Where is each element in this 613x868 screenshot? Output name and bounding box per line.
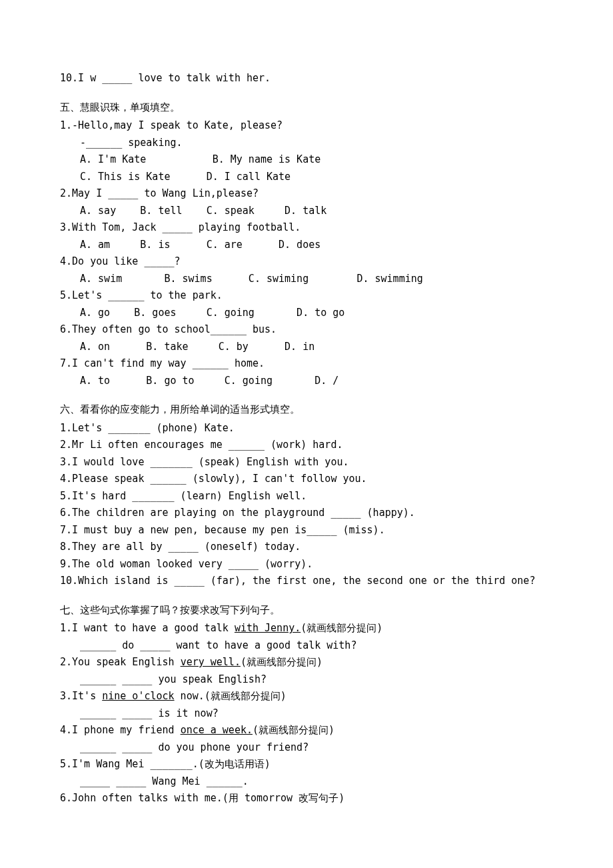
s5-q5: 5.Let's ______ to the park. [60,287,553,305]
s7-q1-b: (就画线部分提问) [301,622,382,634]
s7-q4-answer: ______ _____ do you phone your friend? [60,739,553,757]
s6-q4: 4.Please speak ______ (slowly), I can't … [60,471,553,488]
s6-q9: 9.The old woman looked very _____ (worry… [60,556,553,573]
section-6-title: 六、看看你的应变能力，用所给单词的适当形式填空。 [60,401,553,419]
s5-q2-options: A. say B. tell C. speak D. talk [60,203,553,220]
s5-q1-options-1: A. I'm Kate B. My name is Kate [60,151,553,169]
s7-q1-answer: ______ do _____ want to have a good talk… [60,637,553,655]
s7-q4-b: (就画线部分提问) [253,724,334,736]
s5-q4: 4.Do you like _____? [60,253,553,271]
s5-q6-options: A. on B. take C. by D. in [60,339,553,356]
s7-q4-a: 4.I phone my friend [60,724,181,736]
s5-q3-options: A. am B. is C. are D. does [60,237,553,254]
s6-q2: 2.Mr Li often encourages me ______ (work… [60,437,553,454]
s7-q2-answer: ______ _____ you speak English? [60,671,553,689]
s7-q5-answer: _____ _____ Wang Mei ______. [60,773,553,791]
question-10-top: 10.I w _____ love to talk with her. [60,70,553,87]
s6-q1: 1.Let's _______ (phone) Kate. [60,420,553,437]
s7-q3-answer: ______ _____ is it now? [60,705,553,723]
section-5-title: 五、慧眼识珠，单项填空。 [60,99,553,117]
s6-q7: 7.I must buy a new pen, because my pen i… [60,522,553,539]
s7-q1: 1.I want to have a good talk with Jenny.… [60,620,553,637]
s7-q4: 4.I phone my friend once a week.(就画线部分提问… [60,722,553,739]
s7-q3-underline: nine o'clock [102,690,174,702]
s7-q1-a: 1.I want to have a good talk [60,622,235,634]
s6-q8: 8.They are all by _____ (oneself) today. [60,539,553,556]
document-page: 10.I w _____ love to talk with her. 五、慧眼… [0,0,613,868]
s7-q2: 2.You speak English very well.(就画线部分提问) [60,654,553,671]
section-7-title: 七、这些句式你掌握了吗？按要求改写下列句子。 [60,602,553,619]
s7-q3-b: now.(就画线部分提问) [175,690,287,702]
s5-q1-line1: 1.-Hello,may I speak to Kate, please? [60,117,553,135]
s5-q7: 7.I can't find my way ______ home. [60,355,553,373]
s7-q5: 5.I'm Wang Mei _______.(改为电话用语) [60,756,553,773]
s5-q1-line2: -______ speaking. [60,135,553,152]
s5-q7-options: A. to B. go to C. going D. / [60,373,553,390]
s7-q3: 3.It's nine o'clock now.(就画线部分提问) [60,688,553,705]
s6-q5: 5.It's hard _______ (learn) English well… [60,488,553,505]
s7-q2-b: (就画线部分提问) [241,656,322,668]
s7-q2-underline: very well. [181,656,241,668]
s5-q1-options-2: C. This is Kate D. I call Kate [60,169,553,186]
s5-q3: 3.With Tom, Jack _____ playing football. [60,219,553,237]
s5-q2: 2.May I _____ to Wang Lin,please? [60,185,553,203]
s7-q4-underline: once a week. [181,724,253,736]
s7-q1-underline: with Jenny. [235,622,301,634]
s7-q2-a: 2.You speak English [60,656,181,668]
s6-q3: 3.I would love _______ (speak) English w… [60,454,553,471]
s6-q10: 10.Which island is _____ (far), the firs… [60,573,553,590]
s6-q6: 6.The children are playing on the playgr… [60,505,553,522]
s5-q5-options: A. go B. goes C. going D. to go [60,305,553,322]
s7-q3-a: 3.It's [60,690,102,702]
s5-q6: 6.They often go to school______ bus. [60,321,553,339]
s7-q6: 6.John often talks with me.(用 tomorrow 改… [60,790,553,807]
s5-q4-options: A. swim B. swims C. swiming D. swimming [60,271,553,288]
